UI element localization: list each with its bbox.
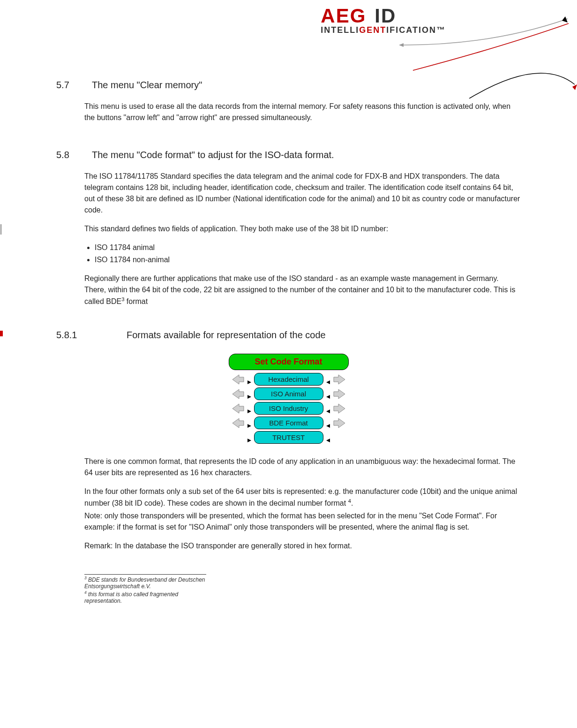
connector-tick [326,392,330,396]
paragraph: This menu is used to erase all the data … [84,101,521,123]
svg-marker-12 [232,418,244,428]
heading-number: 5.7 [56,80,80,91]
connector-tick [247,421,251,425]
svg-marker-5 [247,395,251,399]
decorative-swoosh [399,14,577,99]
paragraph: In the four other formats only a sub set… [84,486,521,509]
logo-id: ID [375,7,396,25]
heading-number: 5.8 [56,150,80,160]
section-5-8: 5.8 The menu "Code format" to adjust for… [56,150,521,307]
paragraph: Remark: In the database the ISO transpon… [84,540,521,552]
connector-tick [326,436,330,440]
svg-marker-3 [334,375,345,384]
svg-marker-1 [247,380,251,384]
footnote-3: 3 BDE stands for Bundesverband der Deuts… [84,576,206,590]
svg-marker-8 [232,404,244,413]
diagram-option: Hexadecimal [254,373,323,386]
footnotes: 3 BDE stands for Bundesverband der Deuts… [84,574,206,604]
svg-marker-16 [247,439,251,442]
code-format-diagram: Set Code Format Hexadecimal ISO Animal [218,354,359,444]
left-arrow-icon [231,417,245,429]
svg-marker-10 [326,410,330,413]
diagram-header: Set Code Format [229,354,349,370]
svg-marker-7 [334,389,345,399]
paragraph: There is one common format, that represe… [84,456,521,478]
footnote-4: 4 this format is also called fragmented … [84,590,206,604]
diagram-row: ISO Industry [218,402,359,415]
paragraph: Regionally there are further application… [84,273,521,307]
svg-marker-4 [232,389,244,399]
diagram-option: TRUTEST [254,431,323,444]
right-arrow-icon [333,417,347,429]
heading-number: 5.8.1 [56,330,84,341]
diagram-option: ISO Industry [254,402,323,415]
heading-title: The menu "Code format" to adjust for the… [92,150,334,160]
connector-tick [326,378,330,381]
list-item: ISO 11784 animal [95,242,521,253]
paragraph: This standard defines two fields of appl… [84,223,521,235]
paragraph: The ISO 11784/11785 Standard specifies t… [84,171,521,216]
heading-title: The menu "Clear memory" [92,80,202,91]
connector-tick [247,392,251,396]
left-arrow-icon [231,388,245,400]
connector-tick [326,421,330,425]
heading-title: Formats available for representation of … [127,330,326,341]
right-arrow-icon [333,402,347,415]
connector-tick [247,378,251,381]
heading-5-8: 5.8 The menu "Code format" to adjust for… [56,150,521,160]
left-arrow-icon [231,402,245,415]
svg-marker-15 [334,418,345,428]
svg-marker-13 [247,424,251,428]
diagram-row: TRUTEST [218,431,359,444]
margin-mark [0,224,2,235]
diagram-row: Hexadecimal [218,373,359,386]
bullet-list: ISO 11784 animal ISO 11784 non-animal [84,242,521,265]
diagram-row: BDE Format [218,417,359,429]
left-arrow-icon [231,373,245,386]
svg-marker-14 [326,424,330,428]
heading-5-8-1: 5.8.1 Formats available for representati… [56,330,521,341]
logo-brand: AEG [321,7,366,25]
svg-marker-9 [247,410,251,413]
list-item: ISO 11784 non-animal [95,254,521,265]
section-5-8-1: 5.8.1 Formats available for representati… [56,330,521,551]
svg-marker-17 [326,439,330,442]
margin-mark-red [0,331,3,336]
svg-marker-11 [334,404,345,413]
diagram-row: ISO Animal [218,387,359,400]
connector-tick [247,436,251,440]
svg-marker-6 [326,395,330,399]
svg-marker-0 [232,375,244,384]
right-arrow-icon [333,373,347,386]
paragraph: Note: only those transponders will be pr… [84,510,521,533]
diagram-option: BDE Format [254,417,323,429]
svg-marker-2 [326,380,330,384]
connector-tick [326,407,330,410]
right-arrow-icon [333,388,347,400]
diagram-option: ISO Animal [254,387,323,400]
connector-tick [247,407,251,410]
